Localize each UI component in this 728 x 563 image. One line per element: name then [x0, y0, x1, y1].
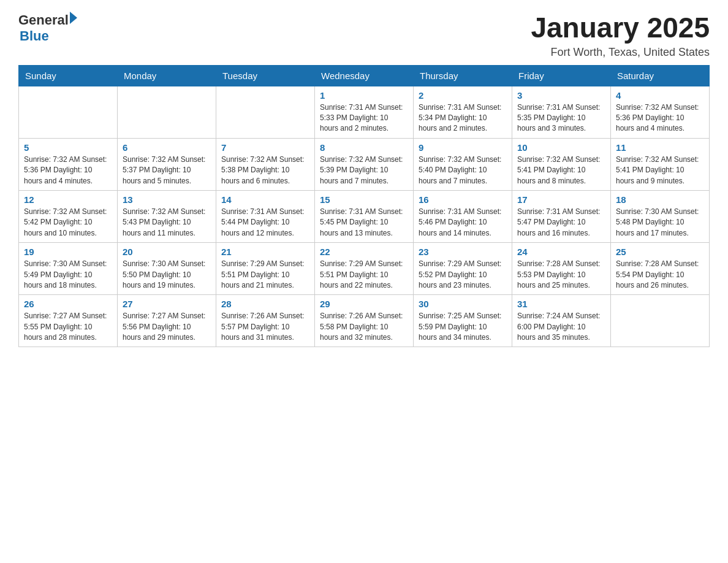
calendar-cell: 7Sunrise: 7:32 AM Sunset: 5:38 PM Daylig…	[216, 138, 315, 190]
calendar-cell: 28Sunrise: 7:26 AM Sunset: 5:57 PM Dayli…	[216, 295, 315, 347]
day-info: Sunrise: 7:32 AM Sunset: 5:37 PM Dayligh…	[123, 155, 211, 186]
logo-text-blue: Blue	[20, 28, 49, 44]
day-info: Sunrise: 7:27 AM Sunset: 5:56 PM Dayligh…	[123, 311, 211, 343]
calendar-cell: 15Sunrise: 7:31 AM Sunset: 5:45 PM Dayli…	[315, 190, 414, 242]
day-number: 26	[24, 299, 112, 309]
calendar-cell: 6Sunrise: 7:32 AM Sunset: 5:37 PM Daylig…	[118, 138, 216, 190]
day-info: Sunrise: 7:26 AM Sunset: 5:58 PM Dayligh…	[320, 311, 408, 343]
calendar-cell: 19Sunrise: 7:30 AM Sunset: 5:49 PM Dayli…	[19, 243, 118, 295]
day-info: Sunrise: 7:32 AM Sunset: 5:43 PM Dayligh…	[123, 207, 211, 239]
month-title: January 2025	[531, 12, 710, 44]
calendar-day-header: Saturday	[611, 65, 710, 86]
calendar-cell: 29Sunrise: 7:26 AM Sunset: 5:58 PM Dayli…	[315, 295, 414, 347]
calendar-day-header: Wednesday	[315, 65, 414, 86]
day-number: 12	[24, 194, 112, 205]
day-info: Sunrise: 7:32 AM Sunset: 5:41 PM Dayligh…	[517, 155, 605, 186]
day-number: 7	[221, 142, 309, 153]
day-info: Sunrise: 7:25 AM Sunset: 5:59 PM Dayligh…	[419, 311, 507, 343]
day-number: 23	[419, 247, 507, 257]
calendar-cell: 11Sunrise: 7:32 AM Sunset: 5:41 PM Dayli…	[611, 138, 710, 190]
calendar-cell: 26Sunrise: 7:27 AM Sunset: 5:55 PM Dayli…	[19, 295, 118, 347]
day-number: 2	[419, 90, 507, 101]
calendar-cell: 14Sunrise: 7:31 AM Sunset: 5:44 PM Dayli…	[216, 190, 315, 242]
calendar-week-row: 26Sunrise: 7:27 AM Sunset: 5:55 PM Dayli…	[19, 295, 710, 347]
calendar-cell: 13Sunrise: 7:32 AM Sunset: 5:43 PM Dayli…	[118, 190, 216, 242]
day-number: 15	[320, 194, 408, 205]
calendar-cell: 2Sunrise: 7:31 AM Sunset: 5:34 PM Daylig…	[414, 86, 512, 138]
day-info: Sunrise: 7:31 AM Sunset: 5:47 PM Dayligh…	[517, 207, 605, 239]
calendar-cell	[19, 86, 118, 138]
day-info: Sunrise: 7:32 AM Sunset: 5:36 PM Dayligh…	[616, 102, 704, 134]
day-number: 8	[320, 142, 408, 153]
calendar-cell	[216, 86, 315, 138]
calendar-cell: 25Sunrise: 7:28 AM Sunset: 5:54 PM Dayli…	[611, 243, 710, 295]
day-info: Sunrise: 7:28 AM Sunset: 5:54 PM Dayligh…	[616, 259, 704, 291]
day-info: Sunrise: 7:29 AM Sunset: 5:51 PM Dayligh…	[221, 259, 309, 291]
day-info: Sunrise: 7:32 AM Sunset: 5:42 PM Dayligh…	[24, 207, 112, 239]
day-info: Sunrise: 7:31 AM Sunset: 5:33 PM Dayligh…	[320, 102, 408, 134]
calendar-cell	[118, 86, 216, 138]
day-number: 19	[24, 247, 112, 257]
day-info: Sunrise: 7:29 AM Sunset: 5:51 PM Dayligh…	[320, 259, 408, 291]
calendar-cell: 23Sunrise: 7:29 AM Sunset: 5:52 PM Dayli…	[414, 243, 512, 295]
day-number: 9	[419, 142, 507, 153]
day-number: 24	[517, 247, 605, 257]
day-info: Sunrise: 7:32 AM Sunset: 5:39 PM Dayligh…	[320, 155, 408, 186]
calendar-week-row: 19Sunrise: 7:30 AM Sunset: 5:49 PM Dayli…	[19, 243, 710, 295]
day-info: Sunrise: 7:30 AM Sunset: 5:48 PM Dayligh…	[616, 207, 704, 239]
calendar-cell: 5Sunrise: 7:32 AM Sunset: 5:36 PM Daylig…	[19, 138, 118, 190]
day-info: Sunrise: 7:31 AM Sunset: 5:34 PM Dayligh…	[419, 102, 507, 134]
day-number: 18	[616, 194, 704, 205]
calendar-cell: 18Sunrise: 7:30 AM Sunset: 5:48 PM Dayli…	[611, 190, 710, 242]
day-number: 1	[320, 90, 408, 101]
day-info: Sunrise: 7:32 AM Sunset: 5:36 PM Dayligh…	[24, 155, 112, 186]
day-info: Sunrise: 7:31 AM Sunset: 5:35 PM Dayligh…	[517, 102, 605, 134]
location: Fort Worth, Texas, United States	[531, 46, 710, 59]
calendar-cell: 3Sunrise: 7:31 AM Sunset: 5:35 PM Daylig…	[512, 86, 611, 138]
day-info: Sunrise: 7:27 AM Sunset: 5:55 PM Dayligh…	[24, 311, 112, 343]
calendar-week-row: 1Sunrise: 7:31 AM Sunset: 5:33 PM Daylig…	[19, 86, 710, 138]
day-info: Sunrise: 7:32 AM Sunset: 5:38 PM Dayligh…	[221, 155, 309, 186]
calendar-cell: 21Sunrise: 7:29 AM Sunset: 5:51 PM Dayli…	[216, 243, 315, 295]
calendar-cell: 8Sunrise: 7:32 AM Sunset: 5:39 PM Daylig…	[315, 138, 414, 190]
day-number: 29	[320, 299, 408, 309]
day-number: 16	[419, 194, 507, 205]
calendar-cell: 4Sunrise: 7:32 AM Sunset: 5:36 PM Daylig…	[611, 86, 710, 138]
calendar-cell: 16Sunrise: 7:31 AM Sunset: 5:46 PM Dayli…	[414, 190, 512, 242]
day-number: 10	[517, 142, 605, 153]
calendar-cell: 9Sunrise: 7:32 AM Sunset: 5:40 PM Daylig…	[414, 138, 512, 190]
day-number: 25	[616, 247, 704, 257]
day-number: 20	[123, 247, 211, 257]
logo-text-general: General	[18, 12, 69, 28]
calendar-cell: 12Sunrise: 7:32 AM Sunset: 5:42 PM Dayli…	[19, 190, 118, 242]
calendar-week-row: 5Sunrise: 7:32 AM Sunset: 5:36 PM Daylig…	[19, 138, 710, 190]
day-number: 6	[123, 142, 211, 153]
day-number: 17	[517, 194, 605, 205]
calendar-cell: 20Sunrise: 7:30 AM Sunset: 5:50 PM Dayli…	[118, 243, 216, 295]
calendar-day-header: Tuesday	[216, 65, 315, 86]
day-number: 30	[419, 299, 507, 309]
calendar-cell: 30Sunrise: 7:25 AM Sunset: 5:59 PM Dayli…	[414, 295, 512, 347]
calendar-cell: 27Sunrise: 7:27 AM Sunset: 5:56 PM Dayli…	[118, 295, 216, 347]
day-info: Sunrise: 7:26 AM Sunset: 5:57 PM Dayligh…	[221, 311, 309, 343]
day-number: 14	[221, 194, 309, 205]
day-number: 5	[24, 142, 112, 153]
calendar-header-row: SundayMondayTuesdayWednesdayThursdayFrid…	[19, 65, 710, 86]
day-info: Sunrise: 7:28 AM Sunset: 5:53 PM Dayligh…	[517, 259, 605, 291]
day-number: 31	[517, 299, 605, 309]
calendar-cell: 1Sunrise: 7:31 AM Sunset: 5:33 PM Daylig…	[315, 86, 414, 138]
day-info: Sunrise: 7:31 AM Sunset: 5:45 PM Dayligh…	[320, 207, 408, 239]
calendar-cell	[611, 295, 710, 347]
calendar-day-header: Friday	[512, 65, 611, 86]
day-info: Sunrise: 7:30 AM Sunset: 5:50 PM Dayligh…	[123, 259, 211, 291]
title-section: January 2025 Fort Worth, Texas, United S…	[531, 12, 710, 59]
day-info: Sunrise: 7:24 AM Sunset: 6:00 PM Dayligh…	[517, 311, 605, 343]
day-number: 11	[616, 142, 704, 153]
calendar-cell: 10Sunrise: 7:32 AM Sunset: 5:41 PM Dayli…	[512, 138, 611, 190]
day-number: 13	[123, 194, 211, 205]
calendar-week-row: 12Sunrise: 7:32 AM Sunset: 5:42 PM Dayli…	[19, 190, 710, 242]
day-number: 28	[221, 299, 309, 309]
calendar-day-header: Thursday	[414, 65, 512, 86]
day-info: Sunrise: 7:31 AM Sunset: 5:44 PM Dayligh…	[221, 207, 309, 239]
day-number: 4	[616, 90, 704, 101]
